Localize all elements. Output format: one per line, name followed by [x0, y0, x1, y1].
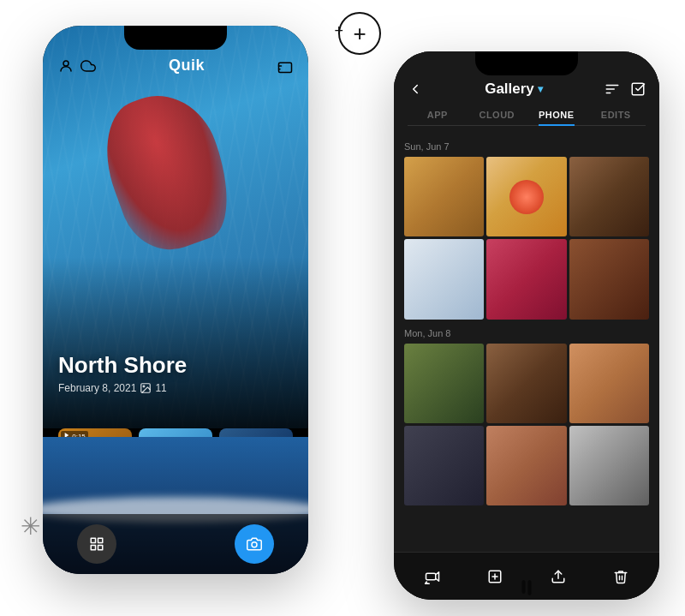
- date-label-2: Mon, Jun 8: [404, 328, 649, 338]
- notch-left: [124, 26, 227, 50]
- photo-grid-1: [404, 157, 649, 320]
- gallery-title: Gallery ▾: [485, 81, 543, 98]
- left-topbar-left-icons: [58, 58, 96, 74]
- right-inner: Gallery ▾ APP CLOUD PHONE EDITS Sun, Jun…: [394, 51, 659, 600]
- back-icon[interactable]: [408, 81, 423, 97]
- hero-date: February 8, 2021: [58, 382, 136, 394]
- star-doodle: ✳: [21, 515, 40, 539]
- plus-button[interactable]: +: [338, 12, 381, 55]
- trash-button[interactable]: [605, 561, 636, 592]
- left-phone: North Shore February 8, 2021 11 Quik 0:1…: [43, 26, 308, 574]
- svg-rect-5: [91, 538, 95, 542]
- video-import-icon: [425, 569, 440, 584]
- cast-icon[interactable]: [277, 58, 293, 74]
- tab-app[interactable]: APP: [408, 103, 468, 125]
- tab-cloud[interactable]: CLOUD: [468, 103, 527, 125]
- svg-rect-3: [278, 63, 291, 72]
- right-tabs: APP CLOUD PHONE EDITS: [408, 103, 646, 126]
- svg-point-1: [143, 386, 145, 387]
- photo-cell[interactable]: [486, 426, 566, 505]
- right-topbar-icons: [605, 81, 646, 97]
- photo-cell[interactable]: [569, 426, 649, 505]
- hero-title: North Shore: [58, 352, 187, 379]
- tab-edits[interactable]: EDITS: [587, 103, 646, 125]
- date-label-1: Sun, Jun 7: [404, 141, 649, 152]
- grid-icon: [89, 536, 104, 552]
- svg-rect-6: [98, 538, 103, 542]
- grid-button[interactable]: [77, 524, 116, 564]
- bottom-nav-left: [43, 514, 308, 574]
- sort-icon[interactable]: [605, 81, 620, 97]
- cloud-icon[interactable]: [80, 58, 96, 74]
- photo-cell[interactable]: [486, 239, 566, 319]
- photo-cell[interactable]: [404, 239, 484, 319]
- add-media-icon: [487, 569, 503, 584]
- profile-icon[interactable]: [58, 58, 74, 74]
- hero-count: 11: [155, 382, 166, 394]
- photo-cell[interactable]: [404, 426, 484, 505]
- svg-point-2: [63, 61, 68, 66]
- svg-rect-8: [98, 546, 103, 550]
- photo-cell[interactable]: [569, 239, 649, 319]
- app-title: Quik: [169, 57, 205, 75]
- hero-text: North Shore February 8, 2021 11: [58, 352, 187, 394]
- photo-cell[interactable]: [404, 157, 484, 236]
- add-media-button[interactable]: [480, 561, 510, 592]
- notch-right: [475, 51, 578, 75]
- photo-cell[interactable]: [569, 344, 649, 423]
- export-button[interactable]: [543, 561, 574, 592]
- export-icon: [551, 569, 566, 584]
- svg-rect-7: [91, 546, 95, 550]
- chevron-down-icon[interactable]: ▾: [538, 83, 543, 95]
- trash-icon: [613, 569, 628, 584]
- photo-icon: [140, 382, 152, 394]
- gallery-scroll[interactable]: Sun, Jun 7 Mon, Jun 8: [394, 133, 659, 552]
- photo-cell[interactable]: [486, 157, 566, 236]
- photo-grid-2: [404, 344, 649, 506]
- photo-cell[interactable]: [569, 157, 649, 236]
- grapefruit-img: [509, 180, 544, 214]
- svg-rect-14: [426, 573, 435, 580]
- video-import-button[interactable]: [417, 561, 448, 592]
- photo-cell[interactable]: [404, 344, 484, 423]
- right-phone: Gallery ▾ APP CLOUD PHONE EDITS Sun, Jun…: [394, 51, 659, 600]
- hero-gradient: [43, 257, 308, 428]
- tab-phone[interactable]: PHONE: [527, 103, 587, 125]
- add-button[interactable]: [235, 524, 274, 564]
- right-topbar-row1: Gallery ▾: [408, 81, 646, 98]
- camera-icon: [247, 536, 262, 552]
- bottom-content: [43, 437, 308, 574]
- hero-area: North Shore February 8, 2021 11: [43, 26, 308, 428]
- select-icon[interactable]: [630, 81, 646, 97]
- hero-subtitle: February 8, 2021 11: [58, 382, 187, 394]
- svg-point-9: [252, 542, 257, 547]
- photo-cell[interactable]: [486, 344, 566, 423]
- svg-rect-13: [632, 83, 644, 95]
